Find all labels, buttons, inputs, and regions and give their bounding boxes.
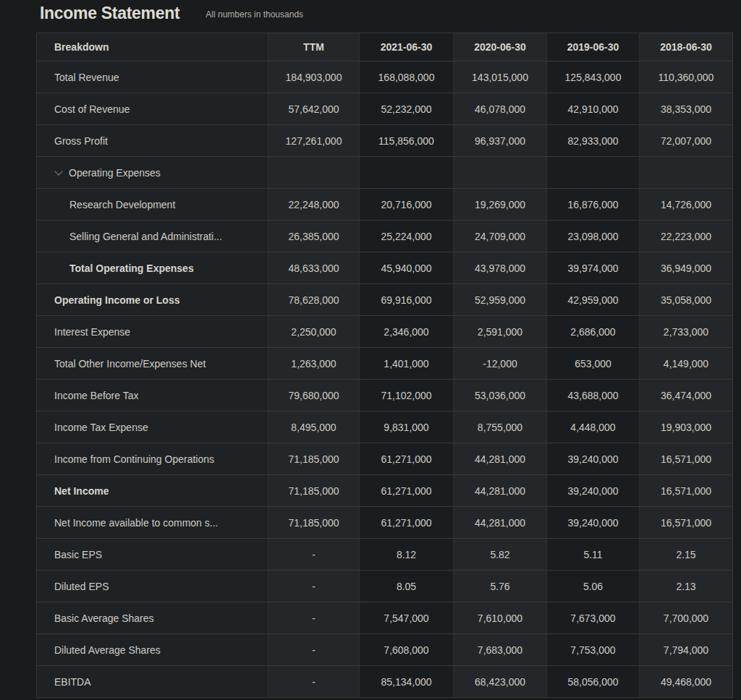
table-cell: 39,240,000: [547, 443, 640, 475]
row-label-text: Research Development: [69, 199, 175, 210]
row-label-text: Diluted Average Shares: [54, 644, 161, 656]
table-cell: 14,726,000: [640, 189, 733, 221]
row-label-text: Net Income available to common s...: [54, 517, 218, 529]
table-cell: 24,709,000: [454, 221, 547, 252]
table-cell: 7,673,000: [547, 602, 640, 634]
column-header-ttm: TTM: [268, 33, 360, 61]
table-cell: 57,642,000: [268, 93, 360, 125]
row-label-operating-expenses[interactable]: Operating Expenses: [36, 157, 268, 189]
table-cell: 46,078,000: [454, 93, 547, 125]
table-cell: 653,000: [547, 348, 640, 380]
table-cell: 16,571,000: [640, 507, 733, 539]
row-label-text: Cost of Revenue: [54, 103, 130, 115]
table-cell: -: [268, 539, 360, 571]
table-cell: 36,949,000: [640, 252, 733, 284]
row-label-total-operating-expenses: Total Operating Expenses: [36, 252, 268, 284]
row-label-income-tax-expense: Income Tax Expense: [36, 411, 268, 443]
table-cell: 35,058,000: [640, 284, 733, 316]
table-cell: 2,733,000: [640, 316, 733, 348]
table-cell: 49,468,000: [640, 666, 733, 698]
row-label-diluted-average-shares: Diluted Average Shares: [36, 634, 268, 666]
table-cell: 168,088,000: [360, 61, 454, 93]
table-cell: 39,240,000: [547, 475, 640, 507]
row-label-text: Basic EPS: [54, 549, 102, 560]
table-cell: 8.12: [360, 539, 454, 571]
column-header-2018-06-30: 2018-06-30: [640, 33, 733, 61]
row-label-text: Diluted EPS: [54, 581, 109, 592]
table-cell: 2,591,000: [454, 316, 547, 348]
table-cell: 71,185,000: [268, 507, 360, 539]
row-label-text: Operating Expenses: [69, 167, 161, 179]
table-cell: 71,185,000: [268, 443, 360, 475]
row-label-text: Total Other Income/Expenses Net: [54, 358, 206, 370]
table-cell: 7,610,000: [454, 602, 547, 634]
row-label-basic-average-shares: Basic Average Shares: [36, 602, 268, 634]
row-label-selling-general-and-administrati: Selling General and Administrati...: [36, 221, 268, 252]
row-label-total-other-income-expenses-net: Total Other Income/Expenses Net: [36, 348, 268, 380]
table-cell: 52,959,000: [454, 284, 547, 316]
table-cell: 19,903,000: [640, 411, 733, 443]
table-cell: 42,959,000: [547, 284, 640, 316]
table-cell: 44,281,000: [454, 475, 547, 507]
table-cell: 71,185,000: [268, 475, 360, 507]
table-cell: 7,608,000: [360, 634, 454, 666]
table-cell: 96,937,000: [454, 125, 547, 157]
table-cell: 78,628,000: [268, 284, 360, 316]
table-cell: 25,224,000: [360, 221, 454, 252]
table-cell: 1,263,000: [268, 348, 360, 380]
column-header-2019-06-30: 2019-06-30: [547, 33, 640, 61]
row-label-income-from-continuing-operations: Income from Continuing Operations: [36, 443, 268, 475]
table-cell: 7,753,000: [547, 634, 640, 666]
row-label-text: EBITDA: [54, 676, 91, 688]
table-cell: 53,036,000: [454, 380, 547, 411]
table-cell: 36,474,000: [640, 380, 733, 411]
table-cell: 2,346,000: [360, 316, 454, 348]
table-cell: 7,794,000: [640, 634, 733, 666]
table-cell: 58,056,000: [547, 666, 640, 698]
table-cell: 44,281,000: [454, 443, 547, 475]
table-cell: 1,401,000: [360, 348, 454, 380]
table-cell: 2.13: [640, 571, 733, 602]
table-cell: 23,098,000: [547, 221, 640, 252]
table-cell: 61,271,000: [360, 443, 454, 475]
row-label-text: Net Income: [54, 485, 109, 497]
table-cell: 44,281,000: [454, 507, 547, 539]
column-header-2021-06-30: 2021-06-30: [360, 33, 454, 61]
table-cell: 5.76: [454, 571, 547, 602]
table-cell: 115,856,000: [360, 125, 454, 157]
table-cell: 69,916,000: [360, 284, 454, 316]
table-cell: -: [268, 602, 360, 634]
table-cell: 5.11: [547, 539, 640, 571]
column-header-breakdown: Breakdown: [36, 33, 268, 61]
table-cell: 127,261,000: [268, 125, 360, 157]
table-cell: 16,571,000: [640, 475, 733, 507]
table-cell: 42,910,000: [547, 93, 640, 125]
table-cell: [268, 157, 360, 189]
table-cell: 39,974,000: [547, 252, 640, 284]
table-cell: 22,223,000: [640, 221, 733, 252]
table-cell: 4,448,000: [547, 411, 640, 443]
table-cell: 2,686,000: [547, 316, 640, 348]
page-title: Income Statement: [40, 4, 179, 23]
row-label-text: Income Before Tax: [54, 390, 138, 401]
table-cell: 143,015,000: [454, 61, 547, 93]
chevron-down-icon[interactable]: [54, 167, 62, 175]
table-cell: 72,007,000: [640, 125, 733, 157]
table-cell: [454, 157, 547, 189]
row-label-net-income-available-to-common-s: Net Income available to common s...: [36, 507, 268, 539]
table-cell: 71,102,000: [360, 380, 454, 411]
table-cell: 7,547,000: [360, 602, 454, 634]
table-cell: 79,680,000: [268, 380, 360, 411]
row-label-text: Total Operating Expenses: [69, 262, 194, 274]
table-cell: 8.05: [360, 571, 454, 602]
row-label-gross-profit: Gross Profit: [36, 125, 268, 157]
row-label-cost-of-revenue: Cost of Revenue: [36, 93, 268, 125]
table-cell: 48,633,000: [268, 252, 360, 284]
table-cell: 5.82: [454, 539, 547, 571]
table-cell: 52,232,000: [360, 93, 454, 125]
table-cell: 2.15: [640, 539, 733, 571]
table-cell: -: [268, 666, 360, 698]
page-header: Income Statement All numbers in thousand…: [40, 0, 303, 26]
table-cell: 7,700,000: [640, 602, 733, 634]
table-cell: 16,571,000: [640, 443, 733, 475]
